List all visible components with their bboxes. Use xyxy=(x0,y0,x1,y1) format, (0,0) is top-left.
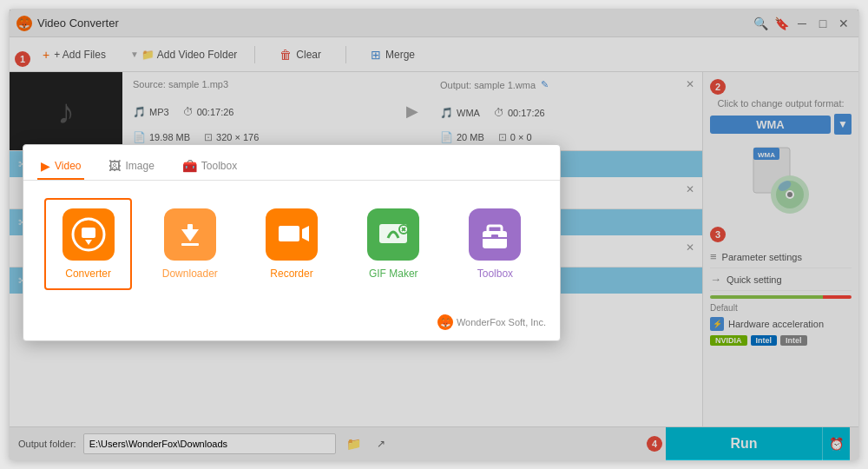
downloader-icon xyxy=(164,208,216,261)
wonderfox-logo: 🦊 WonderFox Soft, Inc. xyxy=(437,314,546,330)
gifmaker-label: GIF Maker xyxy=(369,268,418,280)
main-window: 🦊 Video Converter 🔍 🔖 ─ □ ✕ 1 + + Add Fi… xyxy=(9,9,859,460)
converter-label: Converter xyxy=(65,268,111,280)
svg-marker-17 xyxy=(302,226,309,241)
svg-rect-14 xyxy=(187,224,193,234)
app-gif-maker[interactable]: GIF Maker xyxy=(350,198,437,290)
svg-rect-11 xyxy=(82,228,95,238)
app-toolbox[interactable]: Toolbox xyxy=(451,198,539,290)
tab-image[interactable]: 🖼 Image xyxy=(105,154,157,180)
app-recorder[interactable]: Recorder xyxy=(247,198,335,290)
picker-footer: 🦊 WonderFox Soft, Inc. xyxy=(23,307,560,340)
app-picker-tabs: ▶ Video 🖼 Image 🧰 Toolbox xyxy=(23,145,560,181)
toolbox-icon xyxy=(469,208,521,261)
image-tab-icon: 🖼 xyxy=(108,159,121,173)
app-converter[interactable]: Converter xyxy=(44,198,132,290)
svg-rect-23 xyxy=(488,226,502,234)
app-grid: Converter Downloader xyxy=(23,181,560,307)
gifmaker-icon xyxy=(367,208,419,261)
recorder-label: Recorder xyxy=(270,268,312,280)
svg-rect-15 xyxy=(181,243,199,246)
tab-toolbox[interactable]: 🧰 Toolbox xyxy=(179,154,240,180)
converter-icon xyxy=(62,208,115,261)
wonderfox-icon: 🦊 xyxy=(437,314,453,330)
video-tab-icon: ▶ xyxy=(41,159,50,173)
svg-marker-12 xyxy=(85,240,92,245)
toolbox-label: Toolbox xyxy=(477,268,513,280)
app-picker-dialog: ▶ Video 🖼 Image 🧰 Toolbox xyxy=(23,144,561,341)
app-downloader[interactable]: Downloader xyxy=(146,198,233,290)
recorder-icon xyxy=(266,208,318,261)
toolbox-tab-icon: 🧰 xyxy=(182,159,197,173)
downloader-label: Downloader xyxy=(162,268,218,280)
svg-rect-16 xyxy=(279,226,299,241)
tab-video[interactable]: ▶ Video xyxy=(37,154,84,180)
